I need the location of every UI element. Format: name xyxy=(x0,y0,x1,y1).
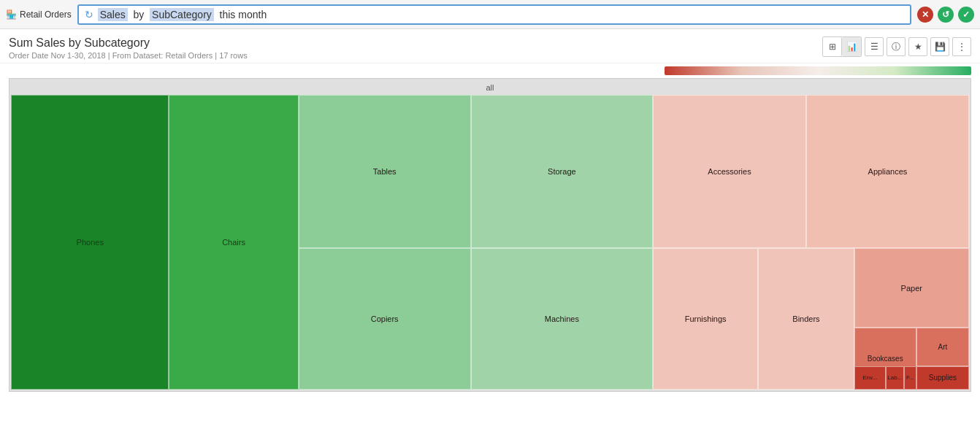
treemap-cell-label: Paper xyxy=(901,284,922,293)
ok-button[interactable]: ✓ xyxy=(958,7,974,23)
save-button[interactable]: 💾 xyxy=(930,37,949,56)
treemap-cell[interactable]: Binders xyxy=(758,248,854,390)
bar-chart-view-button[interactable]: 📊 xyxy=(842,37,861,56)
info-button[interactable]: ⓘ xyxy=(887,37,906,56)
pin-button[interactable]: ★ xyxy=(908,37,927,56)
treemap-cell-label: Phones xyxy=(77,238,104,247)
list-button[interactable]: ☰ xyxy=(865,37,884,56)
treemap-cell-label: Furnishings xyxy=(685,314,727,323)
treemap-cell[interactable]: Lab... xyxy=(886,366,904,390)
treemap-cell[interactable]: Machines xyxy=(471,248,653,390)
chart-title: Sum Sales by Subcategory xyxy=(9,36,248,50)
treemap-cell-label: Env... xyxy=(862,374,877,381)
chart-title-section: Sum Sales by Subcategory Order Date Nov … xyxy=(9,36,248,60)
treemap-cell-label: Supplies xyxy=(929,374,957,382)
chart-toolbar: ⊞ 📊 ☰ ⓘ ★ 💾 ⋮ xyxy=(822,36,971,57)
treemap-cell-label: Binders xyxy=(792,314,819,323)
treemap-cell-label: F... xyxy=(906,374,914,381)
search-text: Sales by SubCategory this month xyxy=(98,9,267,20)
treemap-cell-label: Bookcases xyxy=(868,355,903,363)
search-bar[interactable]: ↻ Sales by SubCategory this month xyxy=(77,4,911,25)
treemap-cell[interactable]: Supplies xyxy=(916,366,969,390)
treemap-cell[interactable]: Tables xyxy=(299,95,471,248)
treemap-cell[interactable]: Paper xyxy=(854,248,969,328)
treemap-all-label: all xyxy=(486,83,494,92)
chart-header: Sum Sales by Subcategory Order Date Nov … xyxy=(0,29,980,63)
treemap-cell-label: Machines xyxy=(545,314,579,323)
header-bar: 🏪 Retail Orders ↻ Sales by SubCategory t… xyxy=(0,0,980,29)
refresh-search-icon: ↻ xyxy=(85,9,93,20)
close-button[interactable]: ✕ xyxy=(917,7,933,23)
treemap-cell[interactable]: Appliances xyxy=(806,95,969,248)
treemap-inner: PhonesChairsTablesCopiersStorageMachines… xyxy=(11,95,969,390)
retail-orders-tab[interactable]: 🏪 Retail Orders xyxy=(6,9,72,20)
chart-subtitle: Order Date Nov 1-30, 2018 | From Dataset… xyxy=(9,51,248,60)
treemap-cell[interactable]: Copiers xyxy=(299,248,471,390)
treemap-cell[interactable]: Chairs xyxy=(169,95,298,390)
color-scale-bar xyxy=(665,66,971,75)
treemap-cell-label: Art xyxy=(938,343,948,351)
treemap-cell[interactable]: Art xyxy=(916,328,969,366)
treemap-container: all PhonesChairsTablesCopiersStorageMach… xyxy=(9,78,971,392)
store-icon: 🏪 xyxy=(6,9,17,20)
treemap-cell[interactable]: F... xyxy=(904,366,916,390)
table-view-button[interactable]: ⊞ xyxy=(823,37,842,56)
treemap-cell[interactable]: Phones xyxy=(11,95,169,390)
color-scale-container xyxy=(0,63,980,78)
treemap-cell[interactable]: Storage xyxy=(471,95,653,248)
header-actions: ✕ ↺ ✓ xyxy=(917,7,974,23)
treemap-cell-label: Lab... xyxy=(887,374,902,381)
treemap-cell-label: Accessories xyxy=(708,167,751,176)
treemap-cell-label: Appliances xyxy=(868,167,908,176)
tab-label: Retail Orders xyxy=(20,9,72,20)
treemap-cell-label: Chairs xyxy=(222,238,245,247)
search-highlight-subcategory: SubCategory xyxy=(150,8,214,21)
refresh-button[interactable]: ↺ xyxy=(938,7,954,23)
view-toggle-group: ⊞ 📊 xyxy=(822,36,862,57)
more-button[interactable]: ⋮ xyxy=(952,37,971,56)
treemap-cell-label: Storage xyxy=(548,167,576,176)
treemap-cell[interactable]: Env... xyxy=(854,366,886,390)
treemap-cell[interactable]: Furnishings xyxy=(653,248,758,390)
treemap-cell-label: Copiers xyxy=(371,314,399,323)
treemap-cell-label: Tables xyxy=(373,167,397,176)
treemap-cell[interactable]: Accessories xyxy=(653,95,806,248)
search-highlight-sales: Sales xyxy=(98,8,128,21)
